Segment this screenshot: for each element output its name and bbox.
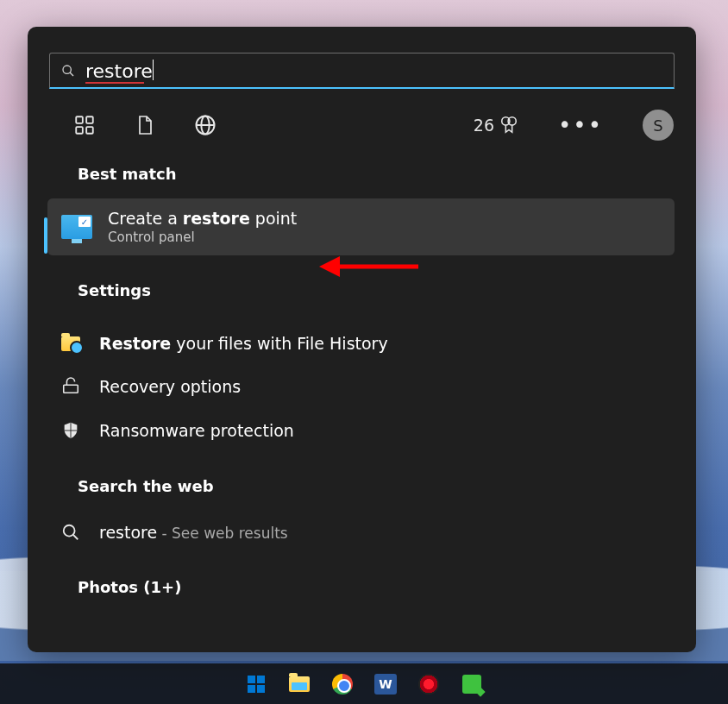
svg-rect-11	[64, 385, 78, 393]
chat-app-icon[interactable]	[460, 672, 484, 696]
file-explorer-icon[interactable]	[287, 672, 311, 696]
svg-rect-3	[86, 116, 93, 123]
search-input-text[interactable]: restore	[85, 60, 154, 82]
best-match-subtitle: Control panel	[108, 229, 297, 245]
folder-icon	[61, 336, 80, 351]
settings-item-label: Recovery options	[99, 377, 241, 396]
avatar-letter: S	[653, 116, 662, 135]
taskbar: W	[0, 663, 728, 704]
system-properties-icon: ✓	[61, 215, 92, 239]
shield-icon	[61, 420, 80, 441]
section-best-match: Best match	[78, 165, 675, 183]
filter-row: 26 ••• S	[72, 110, 674, 141]
svg-point-0	[63, 66, 71, 73]
rewards-points: 26	[474, 116, 494, 135]
best-match-result[interactable]: ✓ Create a restore point Control panel	[47, 198, 675, 255]
start-button[interactable]	[244, 672, 268, 696]
svg-rect-2	[76, 116, 83, 123]
user-avatar[interactable]: S	[643, 110, 674, 141]
settings-item-file-history[interactable]: Restore your files with File History	[49, 322, 675, 365]
web-result[interactable]: restore - See web results	[49, 511, 675, 554]
documents-filter-icon[interactable]	[133, 113, 157, 137]
svg-point-12	[64, 525, 75, 537]
svg-line-1	[70, 72, 73, 76]
web-result-label: restore - See web results	[99, 523, 288, 542]
search-value: restore	[85, 60, 153, 82]
svg-line-13	[73, 535, 78, 540]
best-match-title: Create a restore point	[108, 209, 297, 228]
svg-rect-5	[86, 127, 93, 134]
section-search-web: Search the web	[78, 477, 675, 495]
settings-item-label: Ransomware protection	[99, 421, 294, 440]
section-settings: Settings	[78, 281, 675, 299]
selection-accent	[44, 217, 47, 254]
settings-item-label: Restore your files with File History	[99, 334, 388, 353]
web-filter-icon[interactable]	[193, 113, 217, 137]
search-icon	[61, 523, 80, 542]
chrome-icon[interactable]	[330, 672, 355, 696]
svg-rect-16	[248, 676, 255, 683]
word-icon[interactable]: W	[373, 672, 398, 696]
settings-item-recovery[interactable]: Recovery options	[49, 365, 675, 408]
start-search-panel: restore 26 •••	[28, 27, 696, 652]
section-photos: Photos (1+)	[78, 578, 675, 596]
opera-icon[interactable]	[417, 672, 441, 696]
rewards-button[interactable]: 26	[474, 115, 518, 135]
apps-filter-icon[interactable]	[72, 113, 97, 137]
more-button[interactable]: •••	[555, 114, 606, 136]
settings-item-ransomware[interactable]: Ransomware protection	[49, 408, 675, 453]
search-icon	[61, 64, 75, 78]
spellcheck-underline	[85, 82, 144, 84]
recovery-icon	[60, 377, 81, 396]
svg-rect-19	[257, 685, 265, 693]
svg-rect-17	[257, 676, 265, 683]
svg-rect-18	[248, 685, 255, 693]
search-box[interactable]: restore	[49, 53, 675, 89]
svg-rect-4	[76, 127, 83, 134]
rewards-icon	[499, 115, 518, 135]
